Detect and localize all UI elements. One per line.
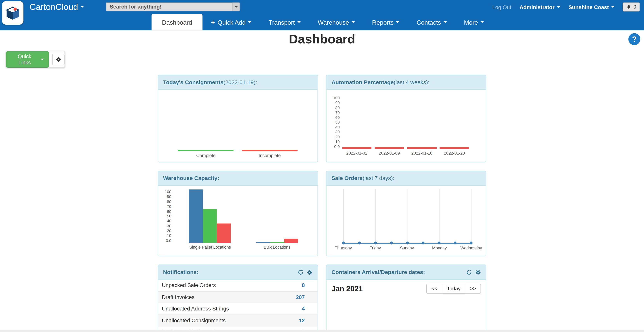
menu-reports[interactable]: Reports (363, 14, 408, 30)
tab-dashboard[interactable]: Dashboard (152, 14, 202, 30)
capacity-chart: 1009080706050403020100.0Single Pallet Lo… (158, 186, 318, 256)
row-value-link[interactable]: 8 (302, 282, 314, 289)
calendar-month-label: Jan 2021 (332, 285, 363, 293)
menu-warehouse[interactable]: Warehouse (309, 14, 363, 30)
y-tick-label: 80 (167, 199, 171, 204)
row-label: Unallocated Consignments (162, 317, 226, 324)
refresh-icon[interactable] (466, 269, 472, 275)
y-tick-label: 90 (336, 100, 340, 105)
gridline (407, 189, 407, 244)
bar-group (189, 189, 231, 243)
calendar-next-button[interactable]: >> (465, 284, 481, 294)
x-tick-label: Monday (432, 246, 447, 250)
x-tick-label: 2022-01-16 (411, 151, 432, 155)
bar-red (284, 239, 298, 243)
caret-down-icon (248, 21, 251, 23)
row-value-link[interactable]: 4 (302, 306, 314, 312)
y-tick-label: 90 (167, 194, 171, 199)
menu-quick-add[interactable]: +Quick Add (202, 14, 260, 30)
panel-title: Warehouse Capacity: (158, 171, 318, 186)
panel-title-rest: (2022-01-19): (223, 79, 257, 85)
x-tick-label: 2022-01-02 (346, 151, 367, 155)
calendar-prev-button[interactable]: << (426, 284, 442, 294)
menu-label: Transport (268, 19, 295, 26)
menu-label: Reports (372, 19, 394, 26)
panel-sale-orders: Sale Orders (last 7 days): ThursdayFrida… (326, 171, 486, 256)
menu-contacts[interactable]: Contacts (408, 14, 456, 30)
panel-title-rest: (last 7 days): (362, 175, 394, 181)
quick-links-label: Quick Links (11, 53, 38, 65)
plot-area: 2022-01-022022-01-092022-01-162022-01-23 (342, 96, 482, 162)
gear-icon[interactable] (475, 269, 481, 275)
consignments-chart: CompleteIncomplete (158, 90, 318, 162)
plot (330, 189, 482, 244)
bar (375, 147, 404, 149)
notification-count: 0 (634, 4, 636, 10)
tenant-menu[interactable]: Sunshine Coast (568, 4, 614, 10)
help-icon[interactable]: ? (628, 33, 640, 45)
caret-down-icon (80, 6, 84, 8)
sale-orders-chart: ThursdayFridaySundayMondayWednesday (326, 186, 486, 256)
app-root: CartonCloud Log Out Administrator Sunshi… (0, 0, 644, 332)
row-value-link[interactable]: 207 (296, 294, 314, 300)
panel-title-bold: Sale Orders (332, 175, 362, 181)
row-label: Unallocated Address Strings (162, 306, 229, 312)
x-axis: Single Pallet LocationsBulk Locations (174, 244, 314, 251)
caret-down-icon (444, 21, 447, 23)
y-tick-label: 20 (336, 135, 340, 139)
panel-title-bold: Today's Consignments (163, 79, 224, 85)
search-input[interactable] (106, 2, 232, 11)
brand-menu[interactable]: CartonCloud (30, 2, 84, 12)
menu-transport[interactable]: Transport (260, 14, 309, 30)
data-point (470, 242, 473, 245)
x-tick-label: Complete (196, 153, 216, 158)
y-tick-label: 100 (165, 189, 171, 194)
gridline (375, 189, 376, 244)
notifications-bell-button[interactable]: 0 (623, 2, 640, 12)
menu-label: Warehouse (318, 19, 349, 26)
y-tick-label: 20 (167, 228, 171, 233)
x-tick-label: Single Pallet Locations (189, 245, 231, 249)
panel-title: Sale Orders (last 7 days): (326, 171, 486, 186)
x-tick-label: Wednesday (460, 246, 482, 250)
y-tick-label: 50 (336, 120, 340, 124)
horizontal-scrollbar[interactable] (0, 330, 644, 332)
y-tick-label: 80 (336, 105, 340, 110)
bar (342, 147, 372, 149)
consignments-series-complete: Complete (178, 150, 234, 158)
logout-link[interactable]: Log Out (492, 4, 511, 10)
x-tick-label: 2022-01-09 (379, 151, 400, 155)
caret-down-icon (40, 58, 44, 60)
data-point (342, 242, 345, 245)
plot (174, 189, 314, 243)
menu-label: Quick Add (218, 19, 246, 26)
menu-more[interactable]: More (455, 14, 492, 30)
consignments-series-incomplete: Incomplete (242, 150, 297, 158)
quick-links-gear-button[interactable] (52, 53, 64, 65)
table-row: Unpacked Sale Orders8 (158, 280, 318, 291)
cartoncloud-logo[interactable] (2, 1, 24, 25)
y-axis: 1009080706050403020100.0 (330, 96, 342, 149)
gear-icon[interactable] (307, 269, 313, 275)
plus-icon: + (211, 19, 215, 26)
row-value-link[interactable]: 12 (299, 317, 314, 324)
panel-title: Today's Consignments (2022-01-19): (158, 75, 318, 90)
panel-title-rest: (last 4 weeks): (394, 79, 430, 85)
bar-blue (189, 189, 203, 243)
calendar-today-button[interactable]: Today (442, 284, 466, 294)
page-header: Dashboard ? (0, 30, 644, 48)
search-dropdown-button[interactable] (232, 2, 240, 11)
calendar-body: Jan 2021 << Today >> (326, 280, 486, 332)
administrator-menu[interactable]: Administrator (520, 4, 560, 10)
row-label: Unpacked Sale Orders (162, 282, 216, 289)
table-row: Unallocated Address Strings4 (158, 303, 318, 315)
y-tick-label: 10 (336, 140, 340, 144)
administrator-label: Administrator (520, 4, 554, 10)
refresh-icon[interactable] (298, 269, 304, 275)
y-tick-label: 0.0 (166, 238, 171, 243)
x-tick-label: Friday (370, 246, 381, 250)
x-axis: ThursdayFridaySundayMondayWednesday (330, 245, 482, 252)
plot-area: Single Pallet LocationsBulk Locations (174, 189, 314, 256)
quick-links-button[interactable]: Quick Links (6, 51, 49, 67)
gridline (471, 189, 472, 244)
